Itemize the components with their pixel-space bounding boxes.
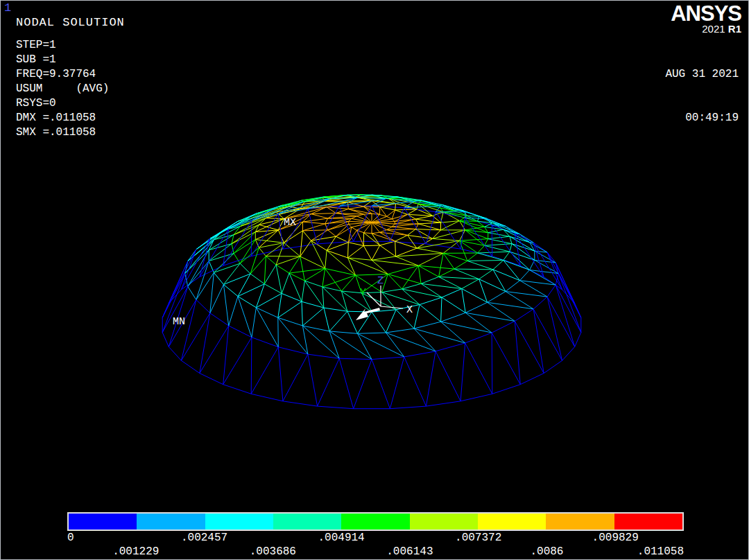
mesh-edge	[372, 312, 386, 333]
mesh-edge	[278, 347, 308, 354]
mesh-edge	[506, 281, 520, 292]
mesh-edge	[454, 269, 493, 270]
mesh-edge	[454, 261, 467, 269]
mesh-edge	[223, 385, 252, 394]
mesh-edge	[441, 313, 466, 322]
mesh-edge	[303, 231, 311, 240]
mesh-edge	[325, 218, 328, 224]
mesh-edge	[408, 209, 417, 215]
mesh-edge	[417, 248, 443, 253]
mesh-edge	[387, 229, 416, 230]
mesh-edge	[223, 338, 252, 385]
mesh-edge	[364, 233, 380, 245]
mesh-edge	[395, 235, 408, 241]
mesh-edge	[520, 270, 530, 281]
mesh-edge	[460, 343, 465, 401]
triad-x-label: X	[406, 304, 413, 316]
mesh-edge	[311, 214, 328, 218]
mesh-edge	[404, 208, 427, 244]
mesh-edge	[382, 289, 402, 292]
legend-color-segment	[410, 514, 478, 530]
mesh-edge	[283, 209, 308, 249]
legend-tick-label: .004914	[318, 532, 365, 544]
mesh-edge	[515, 321, 520, 384]
mesh-edge	[443, 253, 454, 269]
mesh-edge	[329, 311, 347, 331]
mesh-edge	[506, 292, 533, 309]
mesh-edge	[318, 358, 340, 406]
mesh-edge	[372, 256, 396, 260]
mesh-edge	[289, 273, 304, 281]
mesh-edge	[259, 247, 266, 256]
mesh-edge	[386, 310, 397, 333]
mesh-edge	[506, 292, 547, 297]
mesh-edge	[322, 268, 325, 287]
mesh-edge	[460, 394, 492, 401]
mesh-edge	[436, 351, 460, 401]
mesh-edge	[278, 317, 279, 347]
legend-color-segment	[614, 514, 682, 530]
legend-tick-label: .002457	[181, 532, 227, 544]
mesh-edge	[415, 219, 418, 224]
mesh-edge	[339, 358, 353, 409]
mesh-edge	[264, 265, 276, 284]
mesh-edge	[387, 216, 393, 219]
mesh-edge	[414, 329, 465, 343]
mesh-edge	[363, 246, 372, 261]
triad-x-axis	[381, 306, 403, 308]
triad-y-axis	[367, 292, 381, 306]
mesh-edge	[503, 252, 510, 260]
mesh-edge	[388, 265, 418, 274]
mesh-edge	[492, 333, 492, 394]
mesh-edge	[302, 308, 324, 326]
mesh-edge	[250, 256, 266, 274]
mesh-edge	[229, 213, 257, 229]
mesh-edge	[488, 292, 506, 303]
mesh-edge	[556, 263, 581, 317]
mesh-edge	[478, 252, 510, 253]
mesh-edge	[380, 230, 387, 233]
mesh-edge	[380, 207, 395, 210]
mesh-edge	[328, 230, 336, 236]
legend-color-bar	[67, 512, 684, 531]
mesh-edge	[210, 313, 229, 326]
mesh-edge	[443, 253, 467, 261]
mesh-edge	[547, 285, 556, 297]
mesh-edge	[520, 374, 544, 385]
mesh-edge	[259, 230, 278, 247]
legend-color-segment	[341, 514, 409, 530]
triad-z-label: Z	[377, 275, 384, 287]
mesh-edge	[404, 351, 436, 357]
mesh-edge	[426, 351, 436, 406]
mesh-edge	[322, 287, 324, 308]
mesh-edge	[488, 236, 510, 238]
mesh-edge	[420, 297, 442, 304]
mesh-edge	[575, 333, 581, 347]
legend-tick-label: .006143	[386, 545, 433, 558]
mesh-edge	[347, 311, 358, 333]
mesh-edge	[488, 302, 515, 321]
mesh-edge	[395, 204, 396, 210]
mesh-edge	[325, 250, 327, 268]
mesh-edge	[252, 338, 278, 347]
mesh-edge	[426, 401, 460, 406]
mesh-edge	[387, 227, 393, 229]
mesh-edge	[372, 360, 390, 409]
mesh-edge	[181, 360, 199, 373]
legend-tick-label: .007372	[455, 532, 501, 544]
mesh-edge	[256, 308, 277, 318]
mesh-edge	[223, 285, 238, 297]
mesh-edge	[426, 244, 460, 249]
legend-color-segment	[69, 514, 137, 530]
legend-tick-labels: 0.001229.002457.003686.004914.006143.007…	[67, 531, 684, 560]
mesh-edge	[465, 313, 515, 321]
mesh-edge	[229, 297, 238, 326]
mesh-edge	[308, 354, 318, 406]
mesh-edge	[358, 333, 386, 333]
mesh-edge	[465, 212, 466, 218]
mesh-edge	[348, 243, 349, 258]
mesh-edge	[188, 286, 196, 299]
mesh-edge	[278, 301, 302, 317]
mesh-edge	[336, 236, 348, 243]
legend-tick-label: 0	[67, 532, 74, 544]
